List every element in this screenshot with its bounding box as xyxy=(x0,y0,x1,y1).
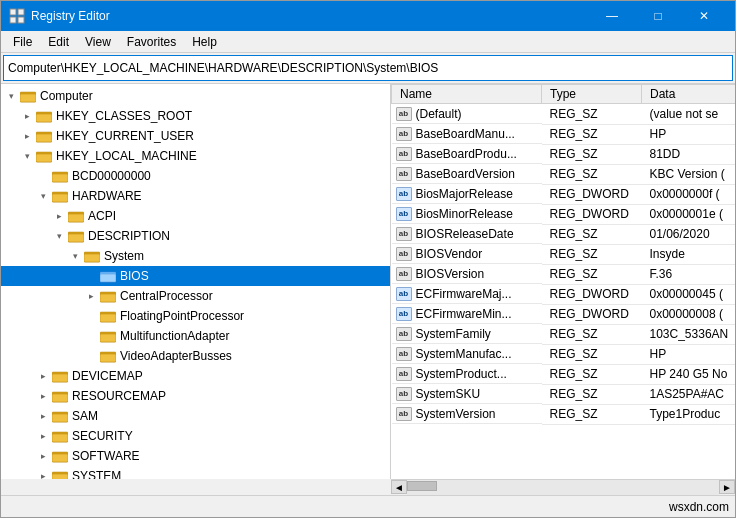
tree-item-videoadapter[interactable]: VideoAdapterBusses xyxy=(1,346,390,366)
scrollbar-track-h[interactable] xyxy=(407,480,719,495)
table-row[interactable]: abBaseBoardManu... REG_SZHP xyxy=(392,124,736,144)
scroll-left-btn[interactable]: ◄ xyxy=(391,480,407,494)
toggle-sam[interactable] xyxy=(35,408,51,424)
table-row[interactable]: abSystemManufac... REG_SZHP xyxy=(392,344,736,364)
menu-help[interactable]: Help xyxy=(184,33,225,51)
toggle-description[interactable] xyxy=(51,228,67,244)
tree-item-security[interactable]: SECURITY xyxy=(1,426,390,446)
toggle-security[interactable] xyxy=(35,428,51,444)
toggle-hkcr[interactable] xyxy=(19,108,35,124)
svg-rect-21 xyxy=(84,254,100,262)
address-bar[interactable]: Computer\HKEY_LOCAL_MACHINE\HARDWARE\DES… xyxy=(3,55,733,81)
table-row[interactable]: abBiosMajorRelease REG_DWORD0x0000000f ( xyxy=(392,184,736,204)
tree-item-multifunction[interactable]: MultifunctionAdapter xyxy=(1,326,390,346)
table-row[interactable]: abECFirmwareMin... REG_DWORD0x00000008 ( xyxy=(392,304,736,324)
cell-name: abBIOSReleaseDate xyxy=(392,224,542,244)
scroll-right-btn[interactable]: ► xyxy=(719,480,735,494)
registry-table: Name Type Data ab(Default) REG_SZ(value … xyxy=(391,84,735,425)
toggle-hkcu[interactable] xyxy=(19,128,35,144)
tree-item-bios[interactable]: BIOS xyxy=(1,266,390,286)
tree-item-bcd[interactable]: BCD00000000 xyxy=(1,166,390,186)
table-row[interactable]: abBaseBoardVersion REG_SZKBC Version ( xyxy=(392,164,736,184)
cell-data: HP xyxy=(642,344,736,364)
col-type[interactable]: Type xyxy=(542,85,642,104)
tree-label-system: System xyxy=(104,249,144,263)
tree-label-bios: BIOS xyxy=(120,269,149,283)
toggle-resourcemap[interactable] xyxy=(35,388,51,404)
menu-view[interactable]: View xyxy=(77,33,119,51)
svg-rect-0 xyxy=(10,9,16,15)
ab-icon: ab xyxy=(396,407,412,421)
cell-data: 0x0000000f ( xyxy=(642,184,736,204)
tree-item-devicemap[interactable]: DEVICEMAP xyxy=(1,366,390,386)
tree-item-resourcemap[interactable]: RESOURCEMAP xyxy=(1,386,390,406)
col-name[interactable]: Name xyxy=(392,85,542,104)
tree-item-system[interactable]: System xyxy=(1,246,390,266)
svg-rect-1 xyxy=(18,9,24,15)
tree-item-sam[interactable]: SAM xyxy=(1,406,390,426)
menu-edit[interactable]: Edit xyxy=(40,33,77,51)
table-row[interactable]: abSystemSKU REG_SZ1AS25PA#AC xyxy=(392,384,736,404)
svg-rect-17 xyxy=(68,214,84,222)
svg-rect-35 xyxy=(52,394,68,402)
svg-rect-29 xyxy=(100,334,116,342)
minimize-button[interactable]: — xyxy=(589,1,635,31)
folder-icon-system xyxy=(83,248,101,264)
cell-type: REG_SZ xyxy=(542,364,642,384)
close-button[interactable]: ✕ xyxy=(681,1,727,31)
toggle-system2[interactable] xyxy=(35,468,51,479)
table-row[interactable]: abSystemVersion REG_SZType1Produc xyxy=(392,404,736,424)
table-row[interactable]: abBIOSVendor REG_SZInsyde xyxy=(392,244,736,264)
toggle-computer[interactable] xyxy=(3,88,19,104)
ab-icon: ab xyxy=(396,387,412,401)
tree-item-centralprocessor[interactable]: CentralProcessor xyxy=(1,286,390,306)
toggle-acpi[interactable] xyxy=(51,208,67,224)
menu-favorites[interactable]: Favorites xyxy=(119,33,184,51)
col-data[interactable]: Data xyxy=(642,85,736,104)
folder-icon-system2 xyxy=(51,468,69,479)
toggle-software[interactable] xyxy=(35,448,51,464)
toggle-centralprocessor[interactable] xyxy=(83,288,99,304)
table-row[interactable]: abECFirmwareMaj... REG_DWORD0x00000045 ( xyxy=(392,284,736,304)
cell-name: abBIOSVersion xyxy=(392,264,542,284)
table-row[interactable]: abSystemProduct... REG_SZHP 240 G5 No xyxy=(392,364,736,384)
tree-item-computer[interactable]: Computer xyxy=(1,86,390,106)
menu-file[interactable]: File xyxy=(5,33,40,51)
toggle-hklm[interactable] xyxy=(19,148,35,164)
toggle-hardware[interactable] xyxy=(35,188,51,204)
table-row[interactable]: ab(Default) REG_SZ(value not se xyxy=(392,104,736,125)
maximize-button[interactable]: □ xyxy=(635,1,681,31)
cell-data: HP 240 G5 No xyxy=(642,364,736,384)
cell-data: 1AS25PA#AC xyxy=(642,384,736,404)
svg-rect-19 xyxy=(68,234,84,242)
cell-data: 0x00000045 ( xyxy=(642,284,736,304)
folder-icon-resourcemap xyxy=(51,388,69,404)
tree-item-software[interactable]: SOFTWARE xyxy=(1,446,390,466)
cell-name: abSystemFamily xyxy=(392,324,542,344)
folder-icon-centralprocessor xyxy=(99,288,117,304)
toggle-system[interactable] xyxy=(67,248,83,264)
table-row[interactable]: abSystemFamily REG_SZ103C_5336AN xyxy=(392,324,736,344)
table-row[interactable]: abBIOSReleaseDate REG_SZ01/06/2020 xyxy=(392,224,736,244)
scrollbar-thumb-h[interactable] xyxy=(407,481,437,491)
table-row[interactable]: abBiosMinorRelease REG_DWORD0x0000001e ( xyxy=(392,204,736,224)
tree-label-security: SECURITY xyxy=(72,429,133,443)
table-row[interactable]: abBIOSVersion REG_SZF.36 xyxy=(392,264,736,284)
tree-item-description[interactable]: DESCRIPTION xyxy=(1,226,390,246)
folder-icon-security xyxy=(51,428,69,444)
ab-icon: ab xyxy=(396,127,412,141)
tree-item-hklm[interactable]: HKEY_LOCAL_MACHINE xyxy=(1,146,390,166)
table-row[interactable]: abBaseBoardProdu... REG_SZ81DD xyxy=(392,144,736,164)
ab-icon: ab xyxy=(396,347,412,361)
tree-item-hardware[interactable]: HARDWARE xyxy=(1,186,390,206)
tree-item-hkcu[interactable]: HKEY_CURRENT_USER xyxy=(1,126,390,146)
tree-item-hkcr[interactable]: HKEY_CLASSES_ROOT xyxy=(1,106,390,126)
tree-item-system2[interactable]: SYSTEM xyxy=(1,466,390,479)
svg-rect-13 xyxy=(52,174,68,182)
cell-name: ab(Default) xyxy=(392,104,542,124)
tree-item-acpi[interactable]: ACPI xyxy=(1,206,390,226)
cell-data: (value not se xyxy=(642,104,736,125)
tree-item-floatingpoint[interactable]: FloatingPointProcessor xyxy=(1,306,390,326)
toggle-devicemap[interactable] xyxy=(35,368,51,384)
folder-icon-videoadapter xyxy=(99,348,117,364)
